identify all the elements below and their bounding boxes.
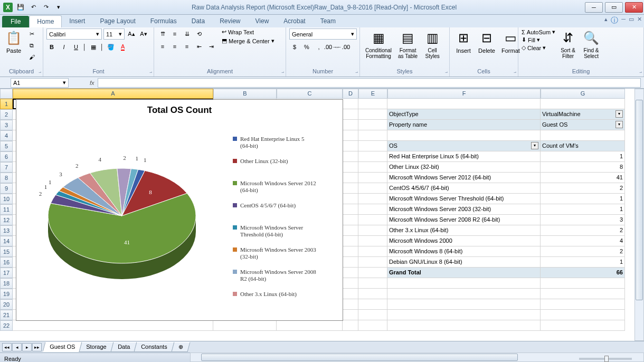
font-color-icon[interactable]: A <box>118 42 128 52</box>
cell-G4[interactable] <box>541 130 625 141</box>
zoom-slider[interactable] <box>579 358 632 360</box>
cell-D16[interactable] <box>343 257 358 268</box>
cell-E22[interactable] <box>358 320 387 331</box>
row-header-7[interactable]: 7 <box>0 162 13 173</box>
filter-dropdown-icon[interactable]: ▾ <box>615 121 623 128</box>
row-header-21[interactable]: 21 <box>0 310 13 320</box>
cell-G21[interactable] <box>541 310 625 320</box>
cell-D11[interactable] <box>343 204 358 215</box>
cell-D22[interactable] <box>343 320 358 331</box>
conditional-formatting-button[interactable]: ▦Conditional Formatting <box>363 28 394 60</box>
help-icon[interactable]: ⓘ <box>611 16 618 25</box>
cell-E16[interactable] <box>358 257 387 268</box>
column-header-B[interactable]: B <box>213 89 277 99</box>
grow-font-icon[interactable]: A▴ <box>126 29 137 40</box>
italic-button[interactable]: I <box>59 42 69 52</box>
row-header-22[interactable]: 22 <box>0 320 13 331</box>
cell-G15[interactable]: 2 <box>541 246 625 257</box>
row-header-4[interactable]: 4 <box>0 130 13 141</box>
cell-F1[interactable] <box>387 99 541 109</box>
select-all-button[interactable] <box>0 89 13 99</box>
column-header-A[interactable]: A <box>13 89 213 99</box>
align-center-icon[interactable]: ≡ <box>169 41 180 52</box>
new-sheet-button[interactable]: ⊕ <box>171 342 190 352</box>
cell-D13[interactable] <box>343 225 358 236</box>
row-header-3[interactable]: 3 <box>0 120 13 130</box>
cell-E20[interactable] <box>358 299 387 310</box>
name-box[interactable]: A1▾ <box>11 78 69 88</box>
cell-F13[interactable]: Other 3.x Linux (64-bit) <box>387 225 541 236</box>
minimize-button[interactable]: ─ <box>585 2 603 13</box>
cell-E3[interactable] <box>358 120 387 130</box>
cell-D15[interactable] <box>343 246 358 257</box>
column-header-F[interactable]: F <box>387 89 541 99</box>
cell-G14[interactable]: 4 <box>541 236 625 246</box>
row-header-20[interactable]: 20 <box>0 299 13 310</box>
cell-G1[interactable] <box>541 99 625 109</box>
cell-D12[interactable] <box>343 215 358 225</box>
sheet-tab-data[interactable]: Data <box>110 342 137 352</box>
align-top-icon[interactable]: ⇈ <box>157 28 168 39</box>
cell-E2[interactable] <box>358 109 387 120</box>
cell-F3[interactable]: Property name <box>387 120 541 130</box>
row-header-19[interactable]: 19 <box>0 289 13 299</box>
cell-E14[interactable] <box>358 236 387 246</box>
row-header-9[interactable]: 9 <box>0 183 13 194</box>
cell-F15[interactable]: Microsoft Windows 8 (64-bit) <box>387 246 541 257</box>
cell-F20[interactable] <box>387 299 541 310</box>
row-header-16[interactable]: 16 <box>0 257 13 268</box>
cell-F11[interactable]: Microsoft Windows Server 2003 (32-bit) <box>387 204 541 215</box>
cell-G16[interactable]: 1 <box>541 257 625 268</box>
cell-G3[interactable]: Guest OS▾ <box>541 120 625 130</box>
sheet-nav-first-icon[interactable]: ◂◂ <box>2 343 12 351</box>
align-left-icon[interactable]: ≡ <box>157 41 168 52</box>
tab-formulas[interactable]: Formulas <box>143 15 184 27</box>
copy-icon[interactable]: ⧉ <box>26 40 37 51</box>
row-header-11[interactable]: 11 <box>0 204 13 215</box>
increase-decimal-icon[interactable]: .00→ <box>326 42 336 52</box>
cell-F12[interactable]: Microsoft Windows Server 2008 R2 (64-bit… <box>387 215 541 225</box>
cell-E21[interactable] <box>358 310 387 320</box>
cell-F9[interactable]: CentOS 4/5/6/7 (64-bit) <box>387 183 541 194</box>
cell-E15[interactable] <box>358 246 387 257</box>
increase-indent-icon[interactable]: ⇥ <box>206 41 216 52</box>
row-header-10[interactable]: 10 <box>0 194 13 204</box>
cell-G17[interactable]: 66 <box>541 268 625 278</box>
fill-button[interactable]: ⬇ Fill ▾ <box>522 36 555 43</box>
cell-G12[interactable]: 3 <box>541 215 625 225</box>
row-header-17[interactable]: 17 <box>0 268 13 278</box>
align-middle-icon[interactable]: ≡ <box>169 28 180 39</box>
save-icon[interactable]: 💾 <box>15 2 26 13</box>
row-header-13[interactable]: 13 <box>0 225 13 236</box>
cell-D7[interactable] <box>343 162 358 173</box>
cell-F2[interactable]: ObjectType <box>387 109 541 120</box>
cell-D2[interactable] <box>343 109 358 120</box>
bold-button[interactable]: B <box>46 42 57 52</box>
qat-customize-icon[interactable]: ▾ <box>53 2 64 13</box>
cell-F6[interactable]: Red Hat Enterprise Linux 5 (64-bit) <box>387 151 541 162</box>
worksheet-grid[interactable]: ABCDEFG 12345678910111213141516171819202… <box>0 89 644 341</box>
close-button[interactable]: ✕ <box>625 2 643 13</box>
orientation-icon[interactable]: ⟲ <box>194 28 204 39</box>
cell-E8[interactable] <box>358 173 387 183</box>
sheet-nav-last-icon[interactable]: ▸▸ <box>32 343 42 351</box>
paste-button[interactable]: 📋 Paste <box>3 28 24 55</box>
cell-D18[interactable] <box>343 278 358 289</box>
sheet-tab-guest-os[interactable]: Guest OS <box>42 342 82 352</box>
tab-acrobat[interactable]: Acrobat <box>276 15 312 27</box>
cell-E4[interactable] <box>358 130 387 141</box>
cell-F17[interactable]: Grand Total <box>387 268 541 278</box>
filter-dropdown-icon[interactable]: ▾ <box>531 142 538 149</box>
merge-center-button[interactable]: ⬒ Merge & Center ▾ <box>222 37 274 44</box>
cell-D4[interactable] <box>343 130 358 141</box>
cell-G7[interactable]: 8 <box>541 162 625 173</box>
cell-F14[interactable]: Microsoft Windows 2000 <box>387 236 541 246</box>
cell-F18[interactable] <box>387 278 541 289</box>
tab-insert[interactable]: Insert <box>62 15 92 27</box>
cell-G22[interactable] <box>541 320 625 331</box>
formula-bar[interactable] <box>98 78 641 88</box>
cell-E11[interactable] <box>358 204 387 215</box>
underline-button[interactable]: U <box>71 42 81 52</box>
column-header-C[interactable]: C <box>277 89 343 99</box>
sort-filter-button[interactable]: ⇵Sort & Filter <box>557 28 579 60</box>
